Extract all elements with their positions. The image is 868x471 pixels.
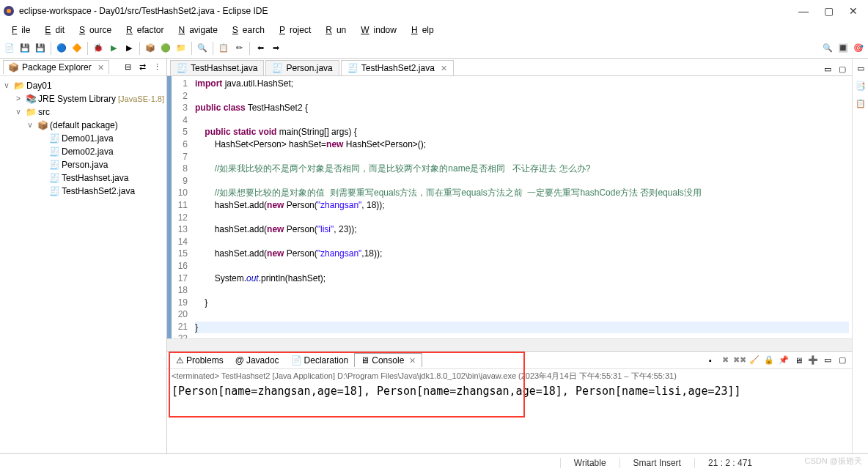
search-icon[interactable]: 🔍 — [196, 42, 209, 55]
code-content[interactable]: import java.util.HashSet; public class T… — [192, 76, 852, 338]
menu-window[interactable]: Window — [352, 23, 401, 37]
package-explorer-icon: 📦 — [8, 62, 19, 73]
line-gutter: 12345678910111213141516171819202122 — [172, 76, 192, 338]
pin-console-icon[interactable]: 📌 — [777, 354, 790, 367]
tree-item[interactable]: v📂Day01 — [1, 79, 165, 92]
toolbar-btn[interactable]: 📁 — [174, 42, 188, 55]
close-icon[interactable]: ✕ — [98, 63, 104, 73]
close-icon[interactable]: ✕ — [409, 356, 416, 366]
main-toolbar: 📄 💾 💾 🔵 🔶 🐞 ▶ ▶ 📦 🟢 📁 🔍 📋 ✏ ⬅ ➡ 🔍 🔳 🎯 — [0, 38, 868, 59]
title-bar: eclipse-workspace - Day01/src/TestHashSe… — [0, 0, 868, 22]
toolbar-btn[interactable]: 🔶 — [70, 42, 84, 55]
console-output[interactable]: [Person[name=zhangsan,age=18], Person[na… — [167, 383, 852, 453]
window-title: eclipse-workspace - Day01/src/TestHashSe… — [19, 6, 798, 16]
display-console-icon[interactable]: 🖥 — [792, 354, 805, 367]
run-icon[interactable]: ▶ — [107, 42, 120, 55]
back-icon[interactable]: ⬅ — [254, 42, 267, 55]
tree-item[interactable]: v📁src — [1, 105, 165, 119]
close-button[interactable]: ✕ — [847, 5, 859, 17]
tree-item[interactable]: 🧾Demo02.java — [1, 145, 165, 158]
clear-console-icon[interactable]: 🧹 — [748, 354, 761, 367]
toolbar-btn[interactable]: ✏ — [232, 42, 246, 55]
close-icon[interactable]: ✕ — [441, 64, 447, 73]
scroll-lock-icon[interactable]: 🔒 — [762, 354, 776, 367]
terminate-all-icon[interactable]: ▪ — [704, 354, 717, 367]
open-console-icon[interactable]: ➕ — [806, 354, 820, 367]
open-perspective-icon[interactable]: 🔳 — [836, 42, 850, 55]
java-file-icon: 🧾 — [347, 63, 358, 73]
task-list-icon[interactable]: 📋 — [854, 97, 867, 110]
watermark: CSDN @振翅天 — [805, 456, 862, 467]
link-editor-icon[interactable]: ⇄ — [136, 61, 149, 74]
package-explorer-tree[interactable]: v📂Day01>📚JRE System Library [JavaSE-1.8]… — [0, 76, 166, 201]
status-bar: Writable Smart Insert 21 : 2 : 471 — [0, 453, 868, 471]
minimize-view-icon[interactable]: ▭ — [821, 354, 834, 367]
open-type-icon[interactable]: 🔵 — [55, 42, 68, 55]
new-icon[interactable]: 📄 — [3, 42, 16, 55]
quick-access-icon[interactable]: 🔍 — [821, 42, 834, 55]
right-trim: ▭ 📑 📋 — [852, 59, 868, 453]
menu-project[interactable]: Project — [271, 23, 315, 37]
remove-all-icon[interactable]: ✖✖ — [733, 354, 746, 367]
bottom-tabs: ⚠Problems@Javadoc📄Declaration🖥Console ✕ … — [167, 352, 852, 369]
maximize-view-icon[interactable]: ▢ — [836, 62, 849, 75]
package-explorer-view: 📦 Package Explorer ✕ ⊟ ⇄ ⋮ v📂Day01>📚JRE … — [0, 59, 167, 453]
editor-tab[interactable]: 🧾Person.java — [265, 60, 339, 75]
status-cursor: 21 : 2 : 471 — [694, 458, 765, 468]
java-perspective-icon[interactable]: 🎯 — [852, 42, 865, 55]
menu-run[interactable]: Run — [317, 23, 350, 37]
horizontal-scrollbar[interactable] — [167, 338, 852, 351]
new-package-icon[interactable]: 📦 — [144, 42, 157, 55]
console-subheader: <terminated> TestHashset2 [Java Applicat… — [167, 369, 852, 383]
menu-edit[interactable]: Edit — [36, 23, 69, 37]
debug-icon[interactable]: 🐞 — [92, 42, 105, 55]
editor-tab[interactable]: 🧾TestHashSet2.java✕ — [341, 60, 454, 75]
package-explorer-tab[interactable]: 📦 Package Explorer ✕ — [3, 60, 109, 74]
new-class-icon[interactable]: 🟢 — [159, 42, 172, 55]
editor-area: 🧾TestHashset.java🧾Person.java🧾TestHashSe… — [167, 59, 852, 453]
bottom-tab-console[interactable]: 🖥Console ✕ — [354, 353, 422, 367]
tree-item[interactable]: 🧾TestHashset.java — [1, 171, 165, 185]
collapse-all-icon[interactable]: ⊟ — [121, 61, 134, 74]
menu-refactor[interactable]: Refactor — [117, 23, 168, 37]
app-icon — [3, 5, 15, 17]
coverage-icon[interactable]: ▶ — [122, 42, 136, 55]
bottom-tab-javadoc[interactable]: @Javadoc — [229, 354, 285, 367]
outline-icon[interactable]: 📑 — [854, 79, 867, 92]
minimize-button[interactable]: — — [798, 5, 809, 17]
forward-icon[interactable]: ➡ — [269, 42, 282, 55]
tab-icon: ⚠ — [176, 355, 184, 366]
maximize-button[interactable]: ▢ — [823, 5, 834, 17]
tab-icon: 🖥 — [361, 355, 369, 366]
java-file-icon: 🧾 — [272, 63, 283, 73]
menu-source[interactable]: Source — [70, 23, 116, 37]
tree-item[interactable]: 🧾Demo01.java — [1, 132, 165, 145]
save-icon[interactable]: 💾 — [18, 42, 32, 55]
tree-item[interactable]: v📦(default package) — [1, 119, 165, 132]
minimize-view-icon[interactable]: ▭ — [821, 62, 834, 75]
tree-item[interactable]: 🧾TestHashSet2.java — [1, 185, 165, 198]
editor-tab[interactable]: 🧾TestHashset.java — [170, 60, 264, 75]
menu-file[interactable]: File — [3, 23, 34, 37]
status-writable: Writable — [560, 458, 619, 468]
menu-help[interactable]: Help — [402, 23, 438, 37]
menu-search[interactable]: Search — [224, 23, 269, 37]
main-area: 📦 Package Explorer ✕ ⊟ ⇄ ⋮ v📂Day01>📚JRE … — [0, 59, 868, 453]
toolbar-btn[interactable]: 📋 — [217, 42, 230, 55]
menu-bar: FileEditSourceRefactorNavigateSearchProj… — [0, 22, 868, 38]
bottom-tab-declaration[interactable]: 📄Declaration — [285, 354, 355, 367]
editor-tabs: 🧾TestHashset.java🧾Person.java🧾TestHashSe… — [167, 59, 852, 76]
bottom-tab-problems[interactable]: ⚠Problems — [170, 354, 229, 367]
java-file-icon: 🧾 — [177, 63, 188, 73]
package-explorer-title: Package Explorer — [22, 62, 92, 73]
tree-item[interactable]: >📚JRE System Library [JavaSE-1.8] — [1, 92, 165, 105]
tree-item[interactable]: 🧾Person.java — [1, 158, 165, 171]
restore-view-icon[interactable]: ▭ — [854, 62, 867, 75]
save-all-icon[interactable]: 💾 — [34, 42, 47, 55]
view-menu-icon[interactable]: ⋮ — [150, 61, 163, 74]
svg-point-1 — [7, 9, 11, 13]
remove-launch-icon[interactable]: ✖ — [718, 354, 732, 367]
maximize-view-icon[interactable]: ▢ — [836, 354, 849, 367]
menu-navigate[interactable]: Navigate — [169, 23, 221, 37]
code-editor[interactable]: 12345678910111213141516171819202122 impo… — [167, 76, 852, 338]
